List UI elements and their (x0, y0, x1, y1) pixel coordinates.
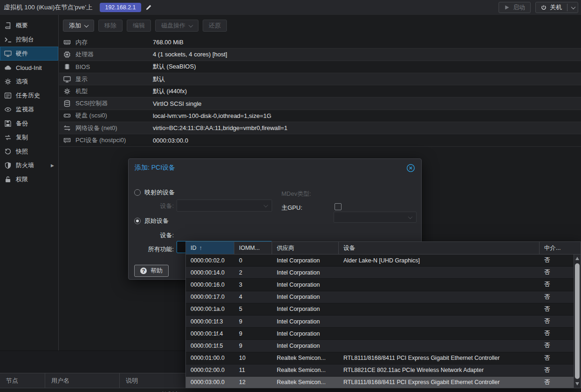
edit-notes-icon[interactable] (145, 4, 152, 11)
toolbar-button-磁盘操作[interactable]: 磁盘操作 (155, 20, 198, 32)
hardware-row[interactable]: PCI设备 (hostpci0)0000:03:00.0 (59, 134, 581, 146)
column-header-设备[interactable]: 设备 (339, 242, 540, 254)
raw-device-radio[interactable]: 原始设备 (134, 217, 169, 225)
pci-device-row[interactable]: 0000:00:1f.49Intel Corporation否 (186, 328, 574, 340)
sidebar-item-防火墙[interactable]: 防火墙▶ (0, 158, 58, 172)
chevron-down-icon[interactable] (571, 5, 576, 9)
sidebar-item-备份[interactable]: 备份 (0, 117, 58, 131)
pci-device-row[interactable]: 0000:00:14.02Intel Corporation否 (186, 267, 574, 279)
pci-device-row[interactable]: 0000:00:1f.59Intel Corporation否 (186, 340, 574, 352)
column-header-ID[interactable]: ID↑ (186, 242, 234, 254)
hardware-row[interactable]: 处理器4 (1 sockets, 4 cores) [host] (59, 48, 581, 61)
pci-device-cell: Realtek Semicon... (272, 367, 339, 373)
sidebar-item-cloud-init[interactable]: Cloud-Init (0, 61, 58, 75)
column-header-label: ID (191, 245, 197, 251)
chevron-down-icon (84, 23, 89, 28)
database-icon (63, 100, 71, 107)
hardware-row-label: PCI设备 (hostpci0) (75, 136, 153, 144)
hardware-row[interactable]: 显示默认 (59, 73, 581, 85)
pci-device-row[interactable]: 0000:00:1f.39Intel Corporation否 (186, 316, 574, 328)
chevron-down-icon (189, 23, 193, 28)
sidebar-item-监视器[interactable]: 监视器 (0, 103, 58, 117)
pci-device-cell: 0000:03:00.0 (186, 379, 234, 385)
question-icon: ? (140, 268, 147, 274)
mdev-type-label: MDev类型: (281, 190, 311, 198)
column-header-IOMM[interactable]: IOMM... (234, 242, 272, 254)
pci-device-cell: 0000:01:00.0 (186, 355, 234, 361)
sidebar-item-复制[interactable]: 复制 (0, 131, 58, 144)
hardware-row-value: 0000:03:00.0 (153, 137, 188, 144)
help-button-label: 帮助 (150, 267, 163, 275)
primary-gpu-checkbox[interactable] (335, 203, 342, 210)
pci-device-cell: 否 (540, 366, 574, 374)
sidebar-item-任务历史[interactable]: 任务历史 (0, 89, 58, 103)
toolbar-button-编辑[interactable]: 编辑 (127, 20, 151, 32)
hardware-row[interactable]: 内存768.00 MiB (59, 36, 581, 48)
scroll-up-icon[interactable] (575, 257, 579, 260)
mapped-device-combo[interactable] (177, 199, 272, 212)
sidebar: 概要控制台硬件Cloud-Init选项任务历史监视器备份复制快照防火墙▶权限 (0, 15, 59, 351)
mapped-device-radio[interactable]: 映射的设备 (134, 188, 175, 197)
pci-device-cell: 否 (540, 281, 574, 289)
scroll-thumb[interactable] (575, 263, 580, 379)
network-icon (63, 124, 71, 132)
hardware-row[interactable]: 硬盘 (scsi0)local-lvm:vm-100-disk-0,iothre… (59, 110, 581, 122)
pci-device-cell: RTL8111/8168/8411 PCI Express Gigabit Et… (339, 379, 540, 385)
pci-device-row[interactable]: 0000:00:1a.05Intel Corporation否 (186, 303, 574, 316)
sidebar-item-label: 选项 (16, 77, 28, 86)
sidebar-item-快照[interactable]: 快照 (0, 144, 58, 158)
pci-device-row[interactable]: 0000:00:02.00Intel CorporationAlder Lake… (186, 254, 574, 267)
book-icon (4, 22, 12, 29)
hardware-row[interactable]: SCSI控制器VirtIO SCSI single (59, 97, 581, 110)
all-functions-label: 所有功能: (129, 245, 174, 254)
sidebar-item-概要[interactable]: 概要 (0, 19, 58, 33)
toolbar-button-label: 还原 (209, 21, 221, 30)
pci-device-row[interactable]: 0000:03:00.012Realtek Semicon...RTL8111/… (186, 377, 574, 388)
start-button[interactable]: 启动 (499, 2, 531, 13)
sidebar-item-硬件[interactable]: 硬件 (0, 47, 58, 61)
scroll-down-icon[interactable] (575, 382, 579, 385)
hardware-row-label: 处理器 (75, 50, 153, 59)
mdev-type-combo[interactable] (334, 212, 417, 223)
pci-device-row[interactable]: 0000:02:00.011Realtek Semicon...RTL8821C… (186, 364, 574, 377)
column-header-中介[interactable]: 中介... (540, 242, 581, 254)
pci-device-cell: 3 (234, 282, 272, 288)
toolbar-button-label: 移除 (104, 21, 116, 30)
sidebar-item-选项[interactable]: 选项 (0, 75, 58, 89)
hardware-row[interactable]: BIOS默认 (SeaBIOS) (59, 61, 581, 73)
sort-asc-icon: ↑ (199, 245, 202, 251)
pci-device-cell: 0000:00:1f.3 (186, 318, 234, 325)
pci-device-cell: 否 (540, 378, 574, 386)
shutdown-button[interactable]: 关机 (535, 2, 578, 13)
pci-device-cell: 0000:00:02.0 (186, 257, 234, 264)
pci-device-row[interactable]: 0000:00:17.04Intel Corporation否 (186, 291, 574, 303)
task-column-header-用户名[interactable]: 用户名 (45, 373, 120, 388)
toolbar-button-移除[interactable]: 移除 (98, 20, 123, 32)
pci-device-row[interactable]: 0000:01:00.010Realtek Semicon...RTL8111/… (186, 352, 574, 364)
pci-device-cell: Intel Corporation (272, 282, 339, 288)
help-button[interactable]: ? 帮助 (134, 265, 169, 277)
power-icon (541, 5, 547, 10)
hardware-row[interactable]: 机型默认 (i440fx) (59, 85, 581, 97)
dropdown-body: 0000:00:02.00Intel CorporationAlder Lake… (186, 254, 574, 388)
scrollbar[interactable] (574, 254, 581, 388)
task-table-row[interactable]: pveroot@pamVM/CT 100 - 控制台 (0, 388, 581, 392)
pci-device-cell: Intel Corporation (272, 343, 339, 349)
pci-device-cell: Realtek Semicon... (272, 355, 339, 361)
pci-device-cell: 0000:00:1f.5 (186, 343, 234, 349)
task-column-header-节点[interactable]: 节点 (0, 373, 45, 388)
sidebar-item-控制台[interactable]: 控制台 (0, 33, 58, 47)
list-icon (4, 92, 12, 99)
sidebar-item-权限[interactable]: 权限 (0, 172, 58, 186)
hardware-row-label: 网络设备 (net0) (75, 124, 153, 132)
pci-device-row[interactable]: 0000:00:16.03Intel Corporation否 (186, 279, 574, 291)
hardware-row[interactable]: 网络设备 (net0)virtio=BC:24:11:C8:AA:11,brid… (59, 122, 581, 134)
memory-icon (63, 39, 71, 46)
ip-address-badge[interactable]: 192.168.2.1 (100, 3, 141, 12)
toolbar-button-还原[interactable]: 还原 (203, 20, 227, 32)
column-header-label: IOMM... (239, 245, 260, 251)
toolbar-button-添加[interactable]: 添加 (63, 20, 94, 32)
close-icon[interactable] (406, 164, 415, 172)
column-header-供应商[interactable]: 供应商 (272, 242, 339, 254)
hardware-table: 内存768.00 MiB处理器4 (1 sockets, 4 cores) [h… (59, 36, 581, 147)
